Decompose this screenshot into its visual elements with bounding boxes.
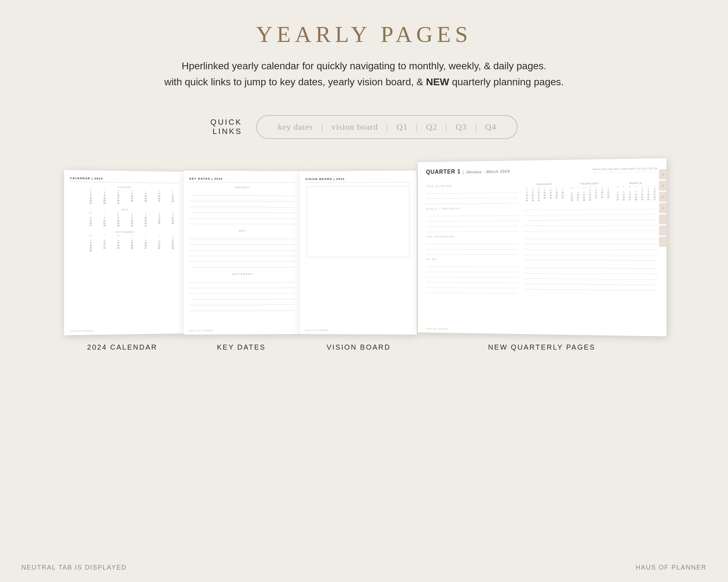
key-dates-page-inner: KEY DATES | 2024 JANUARY MAY SEPTEMBER H… [183, 171, 301, 335]
jan-mini-calendar: JANUARY MTWTFSS 1234567 891011121314 151… [70, 185, 179, 205]
subtitle-line2-end: quarterly planning pages. [449, 76, 564, 87]
page-footer: NEUTRAL TAB IS DISPLAYED HAUS OF PLANNER [0, 564, 728, 571]
caption-vision-board: VISION BOARD [300, 343, 417, 351]
this-quarter-label: THIS QUARTER [426, 184, 518, 187]
sep-mini-calendar: SEPTEMBER MTWTFSS 1 2345678 910111213141… [70, 231, 179, 252]
link-vision-board[interactable]: vision board [331, 122, 378, 131]
caption-quarterly: NEW QUARTERLY PAGES [417, 343, 666, 351]
vision-board-page-inner: VISION BOARD | 2024 HAUS OF PLANNER [299, 171, 417, 335]
q-january-cal: JANUARY MTWTFSS 1234567 891011121314 151… [524, 183, 565, 201]
quarterly-inner: QUARTER 1 | January - March 2024 back to… [418, 158, 666, 336]
quick-links-label: QUICKLINKS [210, 118, 242, 136]
quarterly-calendars: JANUARY MTWTFSS 1234567 891011121314 151… [524, 182, 657, 201]
separator-3: | [416, 122, 421, 131]
link-key-dates[interactable]: key dates [278, 122, 313, 131]
quarterly-top-bar: QUARTER 1 | January - March 2024 back to… [426, 166, 657, 179]
quarterly-right-lines [524, 205, 657, 290]
vision-board-page-title: VISION BOARD | 2024 [305, 177, 411, 183]
quarterly-nav: back to year | key dates | vision board … [592, 167, 657, 173]
calendar-footer: HAUS OF PLANNER [70, 330, 94, 332]
tab-q4[interactable]: Q4 [659, 203, 666, 213]
calendar-page-inner: CALENDAR | 2024 JANUARY MTWTFSS 1234567 … [64, 170, 185, 335]
quarterly-page: QUARTER 1 | January - March 2024 back to… [418, 158, 666, 336]
key-dates-page-title: KEY DATES | 2024 [189, 177, 295, 183]
may-grid: MTWTFSS 12345 6789101112 13141516171819 … [70, 211, 179, 227]
quarterly-right-col: JANUARY MTWTFSS 1234567 891011121314 151… [524, 179, 657, 296]
vision-board-footer: HAUS OF PLANNER [305, 329, 329, 331]
separator-5: | [475, 122, 480, 131]
tab-extra1[interactable] [659, 214, 666, 224]
vision-board-box [306, 186, 410, 257]
footer-right: HAUS OF PLANNER [636, 564, 707, 571]
vision-board-page: VISION BOARD | 2024 HAUS OF PLANNER [299, 171, 417, 335]
separator-1: | [321, 122, 326, 131]
sep-title: SEPTEMBER [70, 231, 179, 233]
priorities-label: TOP PRIORITIES [426, 235, 518, 238]
subtitle: Hperlinked yearly calendar for quickly n… [0, 58, 728, 90]
calendar-page: CALENDAR | 2024 JANUARY MTWTFSS 1234567 … [64, 170, 185, 335]
q-march-cal: MARCH MTWTFSS 123 45678910 1112131415161… [615, 182, 657, 201]
quarterly-content: THIS QUARTER GOALS / PROJECTS TOP PRIORI… [426, 179, 657, 296]
key-dates-footer: HAUS OF PLANNER [189, 329, 213, 332]
quarterly-title-block: QUARTER 1 | January - March 2024 [426, 168, 510, 177]
footer-left: NEUTRAL TAB IS DISPLAYED [21, 564, 127, 571]
separator-4: | [445, 122, 450, 131]
key-dates-may: MAY [189, 229, 295, 267]
subtitle-line1: Hperlinked yearly calendar for quickly n… [182, 60, 546, 71]
caption-key-dates: KEY DATES [183, 343, 300, 351]
key-dates-page: KEY DATES | 2024 JANUARY MAY SEPTEMBER H… [183, 171, 301, 335]
q-february-cal: FEBRUARY MTWTFSS 1234 567891011 12131415… [569, 182, 611, 201]
key-dates-jan: JANUARY [189, 186, 295, 224]
sep-grid: MTWTFSS 1 2345678 9101112131415 16171819… [70, 234, 179, 252]
tab-extra2[interactable] [659, 225, 666, 236]
jan-title: JANUARY [70, 185, 179, 189]
may-title: MAY [70, 208, 179, 211]
separator-2: | [386, 122, 391, 131]
tab-extra3[interactable] [659, 237, 666, 247]
tab-q2[interactable]: Q2 [659, 180, 666, 190]
jan-grid: MTWTFSS 1234567 891011121314 15161718192… [70, 189, 179, 205]
quarterly-footer: HAUS OF PLANNER [426, 328, 449, 330]
tab-q3[interactable]: Q3 [659, 192, 666, 202]
quick-links-pill[interactable]: key dates | vision board | Q1 | Q2 | Q3 … [256, 115, 518, 139]
captions: 2024 CALENDAR KEY DATES VISION BOARD NEW… [0, 343, 728, 351]
side-tabs: Q1 Q2 Q3 Q4 [659, 169, 666, 247]
quick-links-section: QUICKLINKS key dates | vision board | Q1… [0, 115, 728, 139]
caption-calendar: 2024 CALENDAR [62, 343, 183, 351]
tab-q1[interactable]: Q1 [659, 169, 666, 179]
link-q3[interactable]: Q3 [456, 122, 467, 131]
to-do-label: TO DO [426, 258, 518, 261]
link-q1[interactable]: Q1 [396, 122, 407, 131]
calendar-page-title: CALENDAR | 2024 [70, 176, 179, 183]
goals-label: GOALS / PROJECTS [426, 207, 518, 210]
page-header: YEARLY PAGES Hperlinked yearly calendar … [0, 0, 728, 97]
link-q2[interactable]: Q2 [426, 122, 437, 131]
quarterly-left-col: THIS QUARTER GOALS / PROJECTS TOP PRIORI… [426, 181, 518, 295]
quarterly-title: QUARTER 1 | January - March 2024 [426, 168, 510, 175]
subtitle-line2-start: with quick links to jump to key dates, y… [164, 76, 426, 87]
pages-preview: CALENDAR | 2024 JANUARY MTWTFSS 1234567 … [0, 160, 728, 334]
subtitle-bold: NEW [426, 76, 449, 87]
may-mini-calendar: MAY MTWTFSS 12345 6789101112 13141516171… [70, 208, 179, 227]
page-title: YEARLY PAGES [0, 21, 728, 48]
link-q4[interactable]: Q4 [485, 122, 496, 131]
key-dates-sep: SEPTEMBER [189, 273, 295, 311]
